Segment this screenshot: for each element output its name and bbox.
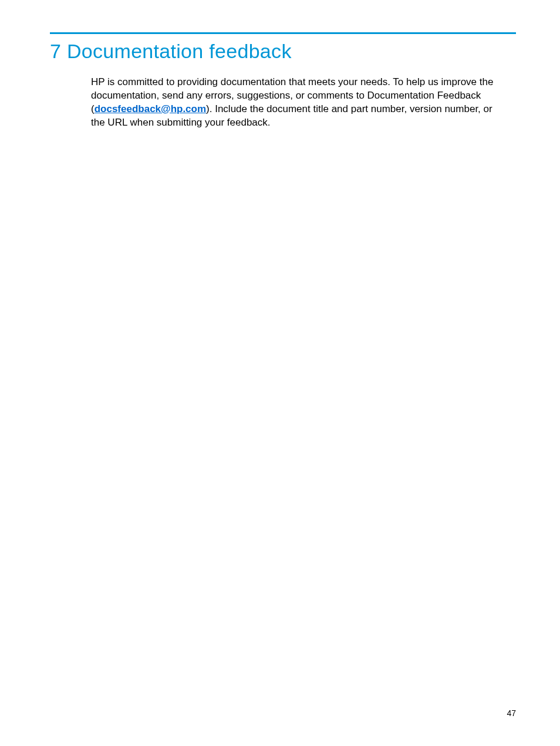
page-number: 47: [507, 708, 516, 718]
body-paragraph: HP is committed to providing documentati…: [91, 76, 507, 130]
chapter-heading: 7 Documentation feedback: [50, 40, 516, 63]
page-container: 7 Documentation feedback HP is committed…: [0, 0, 560, 746]
feedback-email-link[interactable]: docsfeedback@hp.com: [95, 103, 206, 114]
header-divider: [50, 32, 516, 34]
